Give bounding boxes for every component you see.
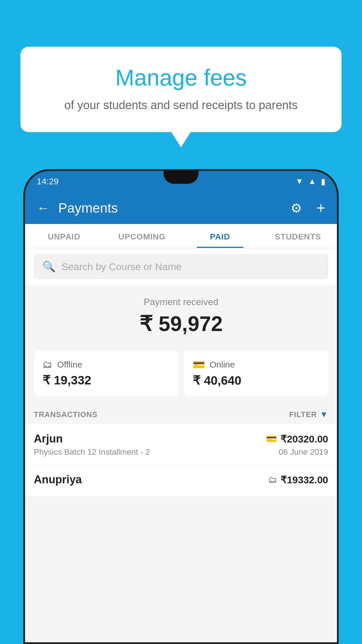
settings-button[interactable]: ⚙ [291, 201, 302, 216]
bubble-subtitle: of your students and send receipts to pa… [41, 99, 321, 112]
tabs-bar: UNPAID UPCOMING PAID STUDENTS [25, 224, 337, 248]
status-icons: ▼ ▲ ▮ [296, 177, 325, 186]
transaction-amount-container: 🗂 ₹19332.00 [268, 474, 328, 486]
transaction-top: Anupriya 🗂 ₹19332.00 [34, 473, 328, 486]
search-bar[interactable]: 🔍 Search by Course or Name [34, 254, 328, 279]
transaction-row[interactable]: Arjun 💳 ₹20320.00 Physics Batch 12 Insta… [25, 424, 337, 465]
bubble-title: Manage fees [41, 64, 321, 92]
transaction-top: Arjun 💳 ₹20320.00 [34, 433, 328, 445]
offline-amount: ₹ 19,332 [43, 373, 169, 387]
transaction-bottom: Physics Batch 12 Installment - 2 06 June… [34, 447, 328, 457]
transaction-row[interactable]: Anupriya 🗂 ₹19332.00 [25, 465, 337, 497]
transactions-header: TRANSACTIONS FILTER ▼ [25, 402, 337, 424]
tab-students[interactable]: STUDENTS [259, 224, 337, 248]
transaction-card-icon: 💳 [266, 434, 277, 444]
battery-icon: ▮ [321, 177, 325, 186]
search-input[interactable]: Search by Course or Name [61, 261, 182, 272]
content-area: 🔍 Search by Course or Name Payment recei… [25, 248, 337, 643]
search-bar-container: 🔍 Search by Course or Name [25, 248, 337, 285]
transaction-offline-icon: 🗂 [268, 475, 277, 485]
tab-paid[interactable]: PAID [181, 224, 259, 248]
offline-label: Offline [57, 360, 82, 370]
speech-bubble: Manage fees of your students and send re… [20, 47, 342, 132]
signal-icon: ▲ [308, 177, 316, 186]
app-header: ← Payments ⚙ + [25, 192, 337, 224]
transactions-label: TRANSACTIONS [34, 410, 98, 419]
offline-icon: 🗂 [43, 359, 52, 370]
transaction-date: 06 June 2019 [279, 447, 328, 457]
add-button[interactable]: + [317, 199, 325, 217]
online-card: 💳 Online ₹ 40,640 [184, 351, 328, 396]
status-time: 14:29 [37, 176, 59, 186]
search-icon: 🔍 [43, 260, 56, 273]
notch [164, 171, 198, 184]
filter-button[interactable]: FILTER ▼ [289, 410, 328, 419]
phone-frame: 14:29 ▼ ▲ ▮ ← Payments ⚙ + UNPAID UPCOMI… [23, 169, 339, 644]
offline-card-header: 🗂 Offline [43, 359, 169, 370]
filter-label: FILTER [289, 410, 317, 419]
payment-received-section: Payment received ₹ 59,972 [25, 285, 337, 345]
online-amount: ₹ 40,640 [193, 373, 319, 388]
back-button[interactable]: ← [37, 201, 50, 215]
transaction-name: Anupriya [34, 473, 82, 486]
payment-amount: ₹ 59,972 [34, 312, 328, 336]
transaction-amount-container: 💳 ₹20320.00 [266, 433, 328, 445]
offline-card: 🗂 Offline ₹ 19,332 [34, 351, 178, 396]
payment-received-label: Payment received [34, 297, 328, 307]
tab-upcoming[interactable]: UPCOMING [103, 224, 181, 248]
online-label: Online [210, 360, 235, 370]
transaction-amount: ₹19332.00 [280, 474, 328, 486]
online-icon: 💳 [193, 359, 205, 370]
tab-unpaid[interactable]: UNPAID [25, 224, 103, 248]
transaction-course: Physics Batch 12 Installment - 2 [34, 447, 150, 457]
filter-icon: ▼ [320, 410, 328, 419]
cards-row: 🗂 Offline ₹ 19,332 💳 Online ₹ 40,640 [25, 345, 337, 402]
online-card-header: 💳 Online [193, 359, 319, 370]
transaction-amount: ₹20320.00 [280, 433, 328, 445]
transaction-name: Arjun [34, 433, 63, 445]
page-title: Payments [58, 200, 282, 216]
wifi-icon: ▼ [296, 177, 304, 186]
status-bar: 14:29 ▼ ▲ ▮ [25, 171, 337, 192]
